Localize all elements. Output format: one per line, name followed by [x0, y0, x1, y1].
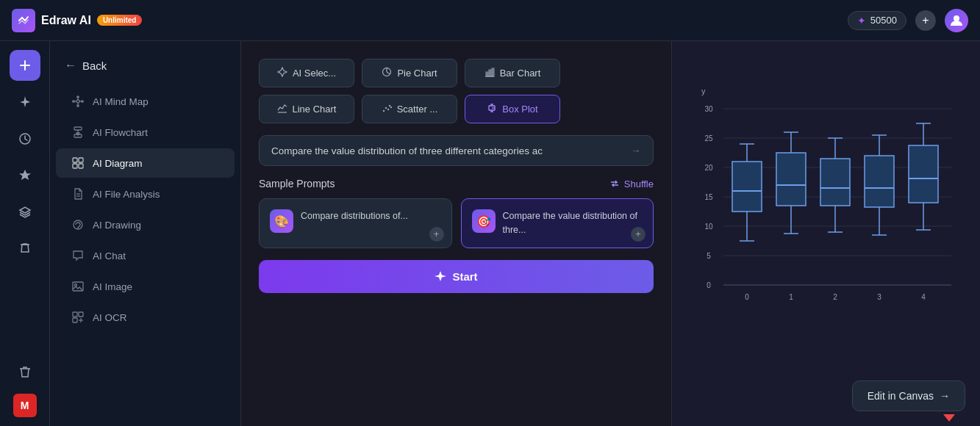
svg-rect-77	[776, 153, 806, 206]
sidebar-item-ai-mind-map[interactable]: AI Mind Map	[56, 87, 235, 116]
start-label: Start	[452, 270, 477, 283]
sidebar-item-ai-drawing[interactable]: AI Drawing	[56, 210, 235, 239]
sidebar-icon-star[interactable]	[10, 160, 40, 191]
topbar: Edraw AI Unlimited ✦ 50500 +	[0, 0, 980, 41]
scatter-label: Scatter ...	[397, 104, 438, 115]
svg-text:15: 15	[704, 193, 713, 201]
chart-type-buttons: AI Selec... Pie Chart	[259, 59, 654, 123]
svg-point-39	[387, 109, 388, 110]
bar-chart-label: Bar Chart	[500, 68, 541, 79]
topbar-right: ✦ 50500 +	[848, 9, 968, 32]
shuffle-button[interactable]: Shuffle	[609, 178, 654, 189]
box-plot-label: Box Plot	[502, 104, 537, 115]
arrow-indicator	[943, 414, 955, 422]
sample-card-2[interactable]: 🎯 Compare the value distribution of thre…	[461, 198, 654, 248]
svg-rect-28	[73, 318, 77, 322]
svg-rect-2	[20, 65, 30, 66]
svg-rect-83	[820, 159, 850, 206]
down-arrow-icon	[943, 414, 955, 422]
ai-select-icon	[277, 67, 287, 79]
sample-prompts-section: Sample Prompts Shuffle 🎨 Compare distrib…	[259, 178, 654, 248]
unlimited-badge: Unlimited	[97, 15, 143, 26]
svg-rect-95	[909, 145, 938, 203]
back-button[interactable]: ← Back	[50, 53, 240, 78]
sidebar-icon-sparkle[interactable]	[10, 87, 40, 118]
sample-prompts-title: Sample Prompts	[259, 178, 335, 189]
scatter-btn[interactable]: Scatter ...	[362, 95, 457, 123]
icon-sidebar: M	[0, 41, 50, 426]
credits-value: 50500	[870, 15, 897, 26]
avatar[interactable]	[945, 9, 968, 32]
svg-rect-18	[79, 158, 83, 162]
sidebar-item-ai-flowchart[interactable]: AI Flowchart	[56, 118, 235, 147]
ai-mind-map-icon	[71, 94, 85, 109]
sidebar-item-ai-image[interactable]: AI Image	[56, 272, 235, 301]
chart-preview: y 30 25 20 15 10	[672, 41, 980, 426]
ai-mind-map-label: AI Mind Map	[93, 96, 149, 107]
ai-select-label: AI Selec...	[293, 68, 336, 79]
sidebar-icon-layers[interactable]	[10, 197, 40, 228]
sidebar-item-ai-diagram[interactable]: AI Diagram	[56, 148, 235, 178]
prompt-input-row[interactable]: Compare the value distribution of three …	[259, 135, 654, 166]
svg-rect-19	[73, 164, 77, 168]
ai-file-icon	[71, 187, 85, 201]
svg-text:20: 20	[704, 164, 713, 172]
credits-badge[interactable]: ✦ 50500	[848, 11, 906, 30]
svg-point-38	[385, 107, 386, 109]
sample-card-1[interactable]: 🎨 Compare distributions of... +	[259, 198, 452, 248]
sidebar-item-ai-chat[interactable]: AI Chat	[56, 241, 235, 270]
svg-rect-20	[79, 164, 83, 168]
svg-text:30: 30	[704, 105, 713, 113]
edit-canvas-button[interactable]: Edit in Canvas →	[852, 380, 965, 411]
svg-rect-13	[74, 127, 82, 130]
svg-rect-27	[79, 312, 83, 317]
svg-text:10: 10	[704, 223, 713, 231]
preview-panel: y 30 25 20 15 10	[671, 41, 980, 426]
edit-canvas-label: Edit in Canvas	[868, 390, 934, 402]
sample-card-2-add[interactable]: +	[631, 227, 645, 242]
sidebar-item-ai-ocr[interactable]: AI OCR	[56, 303, 235, 332]
ai-flowchart-icon	[71, 125, 85, 140]
svg-point-25	[75, 284, 77, 286]
ai-ocr-label: AI OCR	[93, 312, 127, 323]
sample-card-2-icon: 🎯	[472, 209, 496, 233]
line-chart-btn[interactable]: Line Chart	[259, 95, 354, 123]
ai-chat-label: AI Chat	[93, 250, 126, 261]
scatter-icon	[382, 103, 392, 115]
ai-ocr-icon	[71, 310, 85, 325]
ai-diagram-icon	[71, 156, 85, 170]
svg-point-8	[77, 105, 79, 106]
svg-rect-89	[865, 156, 894, 207]
svg-text:0: 0	[707, 281, 711, 289]
pie-chart-btn[interactable]: Pie Chart	[362, 59, 457, 87]
ai-flowchart-label: AI Flowchart	[93, 127, 148, 138]
svg-rect-33	[486, 72, 488, 76]
svg-point-41	[390, 106, 391, 108]
svg-rect-34	[489, 70, 491, 76]
ai-diagram-label: AI Diagram	[93, 158, 143, 169]
logo-icon	[12, 9, 35, 32]
svg-text:1: 1	[789, 293, 793, 301]
sidebar-item-ai-file-analysis[interactable]: AI File Analysis	[56, 179, 235, 209]
ai-select-btn[interactable]: AI Selec...	[259, 59, 354, 87]
sample-cards-container: 🎨 Compare distributions of... + 🎯 Compar…	[259, 198, 654, 248]
line-chart-label: Line Chart	[293, 104, 337, 115]
left-nav: ← Back AI Mind Map	[50, 41, 241, 426]
ai-chat-icon	[71, 248, 85, 263]
start-button[interactable]: Start	[259, 260, 654, 293]
ai-image-label: AI Image	[93, 281, 132, 292]
sidebar-icon-plus[interactable]	[10, 50, 40, 81]
svg-point-4	[76, 100, 79, 103]
sample-card-1-icon: 🎨	[270, 209, 293, 233]
box-plot-btn[interactable]: Box Plot	[465, 95, 560, 123]
sidebar-icon-bucket[interactable]	[10, 234, 40, 264]
m-badge[interactable]: M	[13, 394, 37, 417]
bar-chart-icon	[484, 67, 495, 79]
sidebar-icon-clock[interactable]	[10, 123, 40, 154]
sample-card-1-add[interactable]: +	[429, 227, 444, 242]
sidebar-icon-trash[interactable]	[10, 357, 40, 388]
svg-point-0	[954, 15, 959, 21]
svg-text:0: 0	[745, 293, 749, 301]
bar-chart-btn[interactable]: Bar Chart	[465, 59, 560, 87]
add-button[interactable]: +	[915, 10, 936, 31]
